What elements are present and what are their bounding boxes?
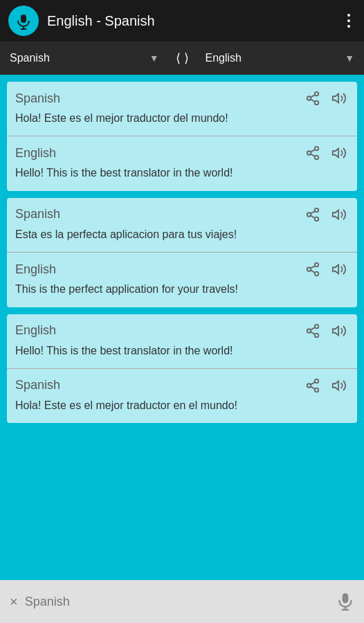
section-header: English <box>15 260 349 279</box>
microphone-button[interactable] <box>336 593 354 611</box>
svg-point-24 <box>315 272 319 276</box>
share-button[interactable] <box>303 205 322 224</box>
section-header: Spanish <box>15 205 349 224</box>
svg-point-6 <box>315 101 319 105</box>
section-actions <box>303 376 349 395</box>
section-translation-text: Hello! This is the best translator in th… <box>15 343 349 364</box>
section-language-label: Spanish <box>15 207 303 222</box>
section-language-label: English <box>15 262 303 277</box>
section-language-label: Spanish <box>15 378 303 392</box>
section-language-label: English <box>15 146 303 161</box>
app-title: English - Spanish <box>47 13 342 29</box>
svg-line-32 <box>311 327 315 330</box>
section-actions <box>303 321 349 341</box>
section-actions <box>303 143 349 163</box>
section-language-label: Spanish <box>15 91 303 106</box>
svg-line-26 <box>311 266 315 269</box>
svg-point-35 <box>307 383 311 388</box>
svg-line-13 <box>311 154 315 157</box>
swap-languages-button[interactable]: ⟨ ⟩ <box>169 51 196 66</box>
svg-marker-9 <box>333 94 338 103</box>
svg-point-18 <box>315 217 319 221</box>
translation-card: Spanish Esta es la perfecta aplicacion p… <box>7 198 357 307</box>
translation-section: English This is the perfect application … <box>7 252 357 307</box>
translation-input[interactable] <box>25 595 329 609</box>
bottom-input-bar: × <box>0 579 364 623</box>
section-translation-text: Hola! Este es el mejor traductor del mun… <box>15 111 349 132</box>
svg-point-10 <box>315 147 319 151</box>
section-actions <box>303 260 349 279</box>
speak-button[interactable] <box>329 321 349 341</box>
svg-line-14 <box>311 150 315 152</box>
swap-icon: ⟨ ⟩ <box>176 51 189 66</box>
speak-button[interactable] <box>329 376 349 395</box>
target-lang-chevron-icon: ▼ <box>345 53 354 64</box>
target-language-selector[interactable]: English ▼ <box>196 52 364 64</box>
translation-card: Spanish Hola! Este es el mejor traductor… <box>7 82 357 191</box>
translations-list: Spanish Hola! Este es el mejor traductor… <box>0 75 364 579</box>
svg-point-34 <box>315 379 319 383</box>
speak-button[interactable] <box>329 89 349 108</box>
svg-point-5 <box>307 96 311 100</box>
svg-line-19 <box>311 215 315 218</box>
share-button[interactable] <box>303 321 322 341</box>
svg-line-20 <box>311 211 315 214</box>
menu-button[interactable] <box>342 8 356 33</box>
svg-point-22 <box>315 263 319 267</box>
translation-card: English Hello! This is the best translat… <box>7 314 357 424</box>
svg-rect-40 <box>343 593 349 603</box>
section-header: English <box>15 143 349 163</box>
target-language-label: English <box>206 52 341 64</box>
svg-point-11 <box>307 152 311 156</box>
section-language-label: English <box>15 323 303 338</box>
svg-point-30 <box>315 333 319 337</box>
share-button[interactable] <box>303 89 322 108</box>
svg-line-7 <box>311 99 315 102</box>
speak-button[interactable] <box>329 143 349 163</box>
section-translation-text: Hello! This is the best translator in th… <box>15 165 349 186</box>
svg-point-28 <box>315 324 319 328</box>
svg-marker-15 <box>333 149 338 158</box>
svg-line-8 <box>311 95 315 98</box>
section-header: Spanish <box>15 376 349 395</box>
svg-line-37 <box>311 386 315 389</box>
svg-marker-33 <box>333 326 338 335</box>
clear-input-button[interactable]: × <box>10 594 18 610</box>
language-bar: Spanish ▼ ⟨ ⟩ English ▼ <box>0 42 364 75</box>
share-button[interactable] <box>303 376 322 395</box>
svg-marker-27 <box>333 265 338 274</box>
svg-line-31 <box>311 332 315 334</box>
share-button[interactable] <box>303 143 322 163</box>
section-actions <box>303 205 349 224</box>
section-translation-text: Esta es la perfecta aplicacion para tus … <box>15 227 349 248</box>
source-lang-chevron-icon: ▼ <box>149 53 159 64</box>
translation-section: Spanish Esta es la perfecta aplicacion p… <box>7 198 357 252</box>
svg-point-17 <box>307 213 311 217</box>
svg-marker-39 <box>333 381 338 390</box>
svg-point-29 <box>307 329 311 333</box>
svg-point-12 <box>315 156 319 160</box>
translation-section: English Hello! This is the best translat… <box>7 136 357 190</box>
svg-point-4 <box>315 92 319 96</box>
section-actions <box>303 89 349 108</box>
speak-button[interactable] <box>329 205 349 224</box>
top-bar: English - Spanish <box>0 0 364 42</box>
source-language-selector[interactable]: Spanish ▼ <box>0 52 169 64</box>
section-header: English <box>15 321 349 341</box>
source-language-label: Spanish <box>10 52 145 64</box>
section-header: Spanish <box>15 89 349 108</box>
svg-point-16 <box>315 208 319 213</box>
svg-point-23 <box>307 267 311 271</box>
svg-point-36 <box>315 388 319 392</box>
section-translation-text: Hola! Este es el mejor traductor en el m… <box>15 398 349 419</box>
speak-button[interactable] <box>329 260 349 279</box>
svg-rect-1 <box>21 15 26 23</box>
translation-section: Spanish Hola! Este es el mejor traductor… <box>7 82 357 136</box>
svg-line-38 <box>311 382 315 385</box>
translation-section: English Hello! This is the best translat… <box>7 314 357 368</box>
share-button[interactable] <box>303 260 322 279</box>
section-translation-text: This is the perfect application for your… <box>15 282 349 303</box>
translation-section: Spanish Hola! Este es el mejor traductor… <box>7 368 357 423</box>
svg-marker-21 <box>333 210 338 219</box>
svg-line-25 <box>311 271 315 273</box>
